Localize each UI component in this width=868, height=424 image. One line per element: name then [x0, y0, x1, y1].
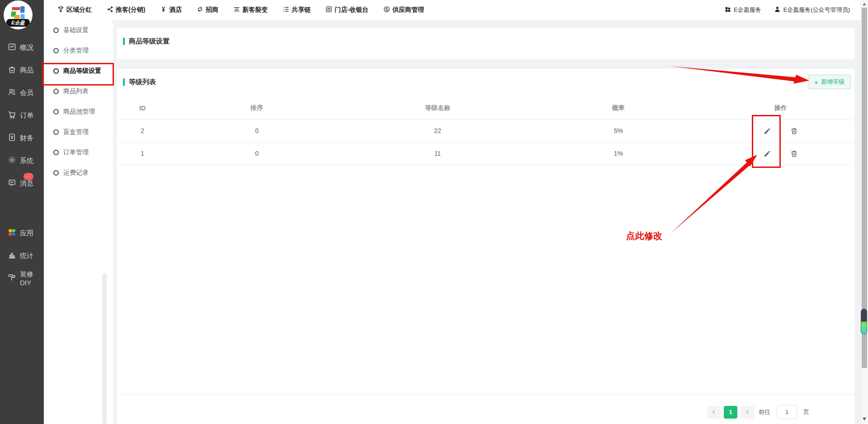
add-level-button[interactable]: + 新增等级	[808, 75, 851, 89]
sidebar-item-messages[interactable]: 消息 ...	[0, 172, 44, 195]
circle-icon	[53, 28, 59, 33]
top-nav-hotel[interactable]: 酒店	[160, 6, 182, 14]
submenu-item-label: 订单管理	[63, 148, 89, 157]
sidebar-item-stats[interactable]: 统计	[0, 244, 44, 267]
list-icon	[283, 6, 289, 14]
goods-submenu: 基础设置 分类管理 商品等级设置 商品列表 商品池管理 盲盒管理	[44, 20, 113, 424]
sidebar-menu: 概况 商品 会员 订单 财务 系统	[0, 36, 44, 195]
top-nav-new-customer[interactable]: 新客裂变	[233, 6, 268, 14]
submenu-item-order-management[interactable]: 订单管理	[44, 142, 113, 162]
app-logo[interactable]: E企盈	[4, 0, 33, 29]
table-header-row: ID 排序 等级名称 概率 操作	[117, 97, 854, 119]
supplier-icon	[383, 6, 390, 14]
chat-icon	[8, 178, 16, 188]
trash-icon	[790, 127, 798, 135]
finance-icon	[8, 133, 16, 143]
submenu-item-goods-pool[interactable]: 商品池管理	[44, 101, 113, 122]
submenu-item-goods-list[interactable]: 商品列表	[44, 81, 113, 101]
sidebar-item-overview[interactable]: 概况	[0, 36, 44, 59]
annotation-note: 点此修改	[626, 230, 662, 242]
topbar: 区域分红 推客(分销) 酒店 招商 新客裂变 共享链	[44, 0, 868, 20]
submenu-item-basic-settings[interactable]: 基础设置	[44, 20, 113, 40]
level-list-card: 等级列表 + 新增等级 ID 排序 等级名称 概率 操作	[117, 69, 854, 394]
cell-probability: 5%	[530, 119, 707, 142]
submenu-item-label: 基础设置	[63, 26, 89, 34]
top-nav-label: 新客裂变	[242, 6, 268, 14]
column-header-probability: 概率	[530, 97, 707, 119]
edit-button[interactable]	[763, 126, 772, 136]
top-nav-promoter[interactable]: 推客(分销)	[107, 6, 145, 14]
submenu-item-label: 运费记录	[63, 169, 89, 177]
top-nav-share-chain[interactable]: 共享链	[283, 6, 311, 14]
page-number-button[interactable]: 1	[724, 406, 737, 419]
apps-grid-icon	[8, 228, 16, 238]
sidebar-item-label: 统计	[20, 252, 33, 260]
column-header-actions: 操作	[707, 97, 854, 119]
submenu-item-label: 商品列表	[63, 87, 89, 95]
table-row: 2 0 22 5%	[117, 119, 854, 142]
cell-id: 1	[117, 142, 168, 165]
cart-icon	[8, 110, 16, 120]
goto-page-input[interactable]	[777, 405, 797, 419]
sidebar-item-label: 应用	[20, 229, 33, 238]
sidebar-tools: 应用 统计 装修DIY	[0, 222, 44, 290]
share-icon	[107, 6, 113, 14]
page-unit-label: 页	[803, 408, 809, 416]
page-scrollbar[interactable]	[860, 0, 868, 424]
sidebar-item-label: 商品	[20, 66, 33, 75]
cell-id: 2	[117, 119, 168, 142]
submenu-item-goods-level-settings[interactable]: 商品等级设置	[44, 61, 113, 81]
submenu-item-category-management[interactable]: 分类管理	[44, 40, 113, 61]
circle-icon	[53, 109, 59, 114]
sidebar-item-label: 概况	[20, 43, 33, 52]
sidebar-item-label: 会员	[20, 89, 33, 97]
sidebar-item-system[interactable]: 系统	[0, 149, 44, 172]
submenu-item-blind-box[interactable]: 盲盒管理	[44, 122, 113, 142]
submenu-item-label: 商品等级设置	[63, 67, 101, 75]
section-title: 等级列表	[129, 78, 156, 86]
topbar-right: E企盈服务 E企盈服务(公众号管理员)	[725, 6, 850, 14]
circle-icon	[53, 68, 59, 74]
top-nav-store-cashier[interactable]: 门店-收银台	[326, 6, 368, 14]
edit-button[interactable]	[763, 149, 772, 158]
scroll-up-icon[interactable]	[863, 3, 866, 5]
sidebar-item-label: 装修DIY	[20, 270, 44, 286]
storefront-icon	[326, 6, 332, 14]
scroll-down-icon[interactable]	[863, 418, 866, 420]
account-menu[interactable]: E企盈服务(公众号管理员)	[774, 6, 850, 14]
bar-chart-icon	[8, 251, 16, 261]
prev-page-button[interactable]	[707, 406, 721, 419]
top-nav-supplier[interactable]: 供应商管理	[383, 6, 424, 14]
next-page-button[interactable]	[741, 406, 754, 419]
paint-roller-icon	[8, 273, 16, 283]
submenu-scrollbar[interactable]	[102, 273, 107, 424]
top-nav-investment[interactable]: 招商	[197, 6, 218, 14]
top-nav-label: 招商	[206, 6, 218, 14]
gear-icon	[8, 156, 16, 166]
sidebar-item-goods[interactable]: 商品	[0, 59, 44, 81]
submenu-item-freight-records[interactable]: 运费记录	[44, 162, 113, 183]
column-header-id: ID	[117, 97, 168, 119]
circle-icon	[53, 129, 59, 135]
trash-icon	[790, 150, 798, 157]
sidebar-item-label: 财务	[20, 134, 33, 143]
sidebar-item-members[interactable]: 会员	[0, 81, 44, 104]
users-icon	[8, 88, 16, 98]
sidebar-item-label: 订单	[20, 111, 33, 120]
services-menu[interactable]: E企盈服务	[725, 6, 761, 14]
sidebar-item-decorate-diy[interactable]: 装修DIY	[0, 267, 44, 290]
submenu-item-label: 盲盒管理	[63, 128, 89, 136]
sidebar-item-finance[interactable]: 财务	[0, 127, 44, 149]
delete-button[interactable]	[789, 149, 799, 158]
delete-button[interactable]	[789, 126, 799, 136]
dashboard-icon	[8, 43, 16, 52]
services-label: E企盈服务	[734, 6, 761, 14]
sidebar-item-label: 系统	[20, 157, 33, 165]
column-header-level-name: 等级名称	[345, 97, 530, 119]
sidebar-item-apps[interactable]: 应用	[0, 222, 44, 244]
app-root: 区域分红 推客(分销) 酒店 招商 新客裂变 共享链	[0, 0, 868, 424]
title-accent-bar	[123, 78, 125, 86]
user-icon	[774, 6, 781, 14]
top-nav-region-dividend[interactable]: 区域分红	[57, 6, 92, 14]
sidebar-item-orders[interactable]: 订单	[0, 104, 44, 127]
